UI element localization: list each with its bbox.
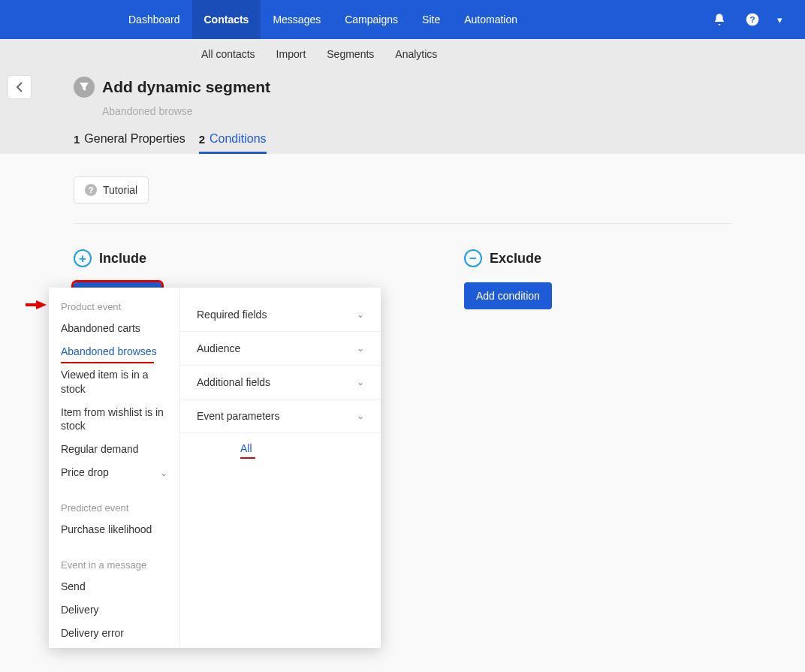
add-condition-exclude-button[interactable]: Add condition	[464, 282, 552, 309]
nav-automation[interactable]: Automation	[452, 0, 529, 39]
group-head-event-message: Event in a message	[49, 556, 179, 575]
subnav-all-contacts[interactable]: All contacts	[201, 48, 255, 60]
field-event-parameters[interactable]: Event parameters ⌄	[180, 399, 381, 433]
chevron-down-icon: ⌄	[357, 377, 364, 387]
option-delivery[interactable]: Delivery	[49, 598, 179, 622]
field-label: Required fields	[197, 309, 267, 321]
option-delivery-error[interactable]: Delivery error	[49, 622, 179, 645]
nav-messages[interactable]: Messages	[261, 0, 333, 39]
field-audience[interactable]: Audience ⌄	[180, 332, 381, 366]
field-additional-fields[interactable]: Additional fields ⌄	[180, 366, 381, 399]
subnav-import[interactable]: Import	[276, 48, 306, 60]
page-header: Add dynamic segment Abandoned browse 1 G…	[0, 69, 805, 154]
subnav-segments[interactable]: Segments	[327, 48, 374, 60]
annotation-arrow	[26, 303, 37, 306]
wizard-tabs: 1 General Properties 2 Conditions	[0, 132, 805, 154]
wizard-tab-general[interactable]: 1 General Properties	[74, 132, 185, 153]
chevron-down-icon: ⌄	[357, 343, 364, 354]
minus-icon[interactable]: −	[464, 249, 482, 267]
condition-dropdown: Product event Abandoned carts Abandoned …	[49, 288, 381, 648]
option-label: Abandoned browses	[61, 345, 157, 359]
wizard-tab-label: Conditions	[210, 132, 267, 146]
field-all[interactable]: All	[180, 433, 381, 463]
wizard-tab-num: 2	[199, 133, 205, 146]
nav-campaigns[interactable]: Campaigns	[333, 0, 410, 39]
tutorial-label: Tutorial	[103, 184, 137, 196]
field-label: Event parameters	[197, 410, 280, 422]
help-icon[interactable]: ?	[744, 11, 761, 28]
annotation-underline	[61, 362, 154, 363]
tutorial-button[interactable]: ? Tutorial	[74, 176, 149, 203]
divider	[74, 223, 731, 224]
segment-name-label: Abandoned browse	[0, 105, 805, 117]
chevron-down-icon: ⌄	[160, 467, 167, 479]
exclude-title: Exclude	[490, 251, 541, 267]
group-head-product-event: Product event	[49, 298, 179, 317]
option-abandoned-browses[interactable]: Abandoned browses	[49, 340, 179, 363]
option-wishlist-stock[interactable]: Item from wishlist is in stock	[49, 401, 179, 438]
option-abandoned-carts[interactable]: Abandoned carts	[49, 317, 179, 340]
option-purchase-likelihood[interactable]: Purchase likelihood	[49, 518, 179, 541]
option-label: Price drop	[61, 466, 109, 480]
wizard-tab-label: General Properties	[84, 132, 185, 146]
chevron-down-icon: ⌄	[357, 309, 364, 320]
exclude-section: − Exclude Add condition	[464, 249, 552, 309]
nav-site[interactable]: Site	[410, 0, 452, 39]
annotation-arrowhead	[36, 300, 47, 309]
nav-contacts[interactable]: Contacts	[192, 0, 261, 39]
wizard-tab-conditions[interactable]: 2 Conditions	[199, 132, 267, 153]
chevron-down-icon: ⌄	[357, 411, 364, 421]
condition-category-panel: Product event Abandoned carts Abandoned …	[49, 288, 180, 648]
top-nav: Dashboard Contacts Messages Campaigns Si…	[0, 0, 805, 39]
page-title: Add dynamic segment	[102, 78, 270, 96]
field-label: Audience	[197, 342, 240, 354]
option-viewed-item-stock[interactable]: Viewed item is in a stock	[49, 363, 179, 401]
option-regular-demand[interactable]: Regular demand	[49, 438, 179, 461]
account-dropdown[interactable]: ▾	[777, 14, 782, 26]
subnav-analytics[interactable]: Analytics	[395, 48, 437, 60]
group-head-predicted-event: Predicted event	[49, 499, 179, 518]
field-label: All	[240, 442, 252, 454]
wizard-tab-num: 1	[74, 133, 80, 146]
include-title: Include	[99, 251, 146, 267]
annotation-underline	[240, 457, 255, 459]
question-icon: ?	[85, 184, 97, 196]
condition-field-panel: Required fields ⌄ Audience ⌄ Additional …	[180, 288, 381, 648]
bell-icon[interactable]	[711, 11, 728, 28]
field-label: Additional fields	[197, 376, 270, 388]
sub-nav: All contacts Import Segments Analytics	[0, 39, 805, 69]
option-send[interactable]: Send	[49, 575, 179, 598]
filter-icon	[74, 77, 95, 98]
field-required-fields[interactable]: Required fields ⌄	[180, 298, 381, 332]
plus-icon[interactable]: +	[74, 249, 92, 267]
option-price-drop[interactable]: Price drop ⌄	[49, 461, 179, 484]
content-area: ? Tutorial + Include Add condition − Exc…	[0, 154, 805, 672]
back-button[interactable]	[8, 75, 32, 99]
nav-dashboard[interactable]: Dashboard	[116, 0, 192, 39]
svg-text:?: ?	[749, 14, 755, 24]
